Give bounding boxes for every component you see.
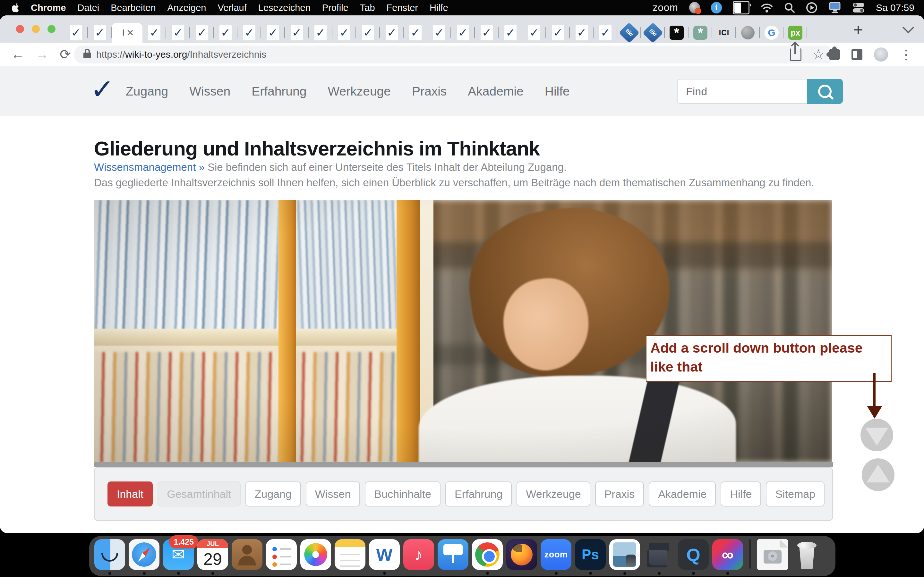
browser-tab[interactable]: tiki <box>641 23 665 43</box>
browser-tab[interactable]: tiki <box>617 23 641 43</box>
dock-app-icon[interactable] <box>232 539 262 570</box>
dock-app-icon[interactable] <box>644 539 674 570</box>
browser-tab[interactable]: * <box>665 23 688 43</box>
browser-tab[interactable]: ✓ <box>570 23 594 43</box>
close-window-button[interactable] <box>16 25 24 33</box>
menu-item-hilfe[interactable]: Hilfe <box>424 3 454 13</box>
browser-tab[interactable]: ✓ <box>427 23 451 43</box>
fullscreen-window-button[interactable] <box>47 25 55 33</box>
control-center-icon[interactable] <box>852 2 865 13</box>
scroll-down-button[interactable] <box>861 419 893 451</box>
browser-tab[interactable]: ✓ <box>333 23 356 43</box>
menu-item-verlauf[interactable]: Verlauf <box>212 3 252 13</box>
section-chip-button[interactable]: Praxis <box>595 482 644 506</box>
menu-item-tab[interactable]: Tab <box>354 3 381 13</box>
dock-app-icon[interactable] <box>609 539 640 570</box>
site-nav-link[interactable]: Akademie <box>468 84 523 98</box>
dock-app-icon[interactable] <box>300 539 331 570</box>
wifi-icon[interactable] <box>760 2 773 13</box>
site-nav-link[interactable]: Werkzeuge <box>328 84 391 98</box>
display-mirroring-icon[interactable] <box>829 2 841 13</box>
scroll-up-button[interactable] <box>862 458 895 491</box>
dock-app-icon[interactable] <box>438 539 468 570</box>
address-bar[interactable]: https://wiki-to-yes.org/Inhaltsverzeichn… <box>74 45 834 63</box>
forward-button[interactable]: → <box>35 48 49 61</box>
browser-tab[interactable]: px <box>783 23 807 43</box>
browser-tab[interactable]: ✓ <box>309 23 333 43</box>
section-chip-button[interactable]: Buchinhalte <box>365 482 441 506</box>
browser-tab[interactable]: ✓ <box>88 23 111 43</box>
browser-tab[interactable] <box>736 23 760 43</box>
dock-app-icon[interactable]: JUL 29 <box>197 539 228 570</box>
browser-tab[interactable]: I ✕ <box>111 23 142 43</box>
search-button[interactable] <box>807 79 843 104</box>
browser-tab[interactable]: ✓ <box>142 23 166 43</box>
browser-tab[interactable]: ✓ <box>499 23 522 43</box>
section-chip-button[interactable]: Hilfe <box>720 482 761 506</box>
browser-tab[interactable]: ✓ <box>451 23 475 43</box>
dock-app-icon[interactable] <box>472 539 503 570</box>
browser-tab[interactable]: ✓ <box>356 23 380 43</box>
dock-app-icon[interactable] <box>506 539 537 570</box>
apple-logo-icon[interactable] <box>11 2 21 13</box>
tab-close-icon[interactable]: ✕ <box>126 27 134 38</box>
spotlight-icon[interactable] <box>784 2 795 13</box>
battery-icon[interactable] <box>733 1 750 15</box>
dock-app-icon[interactable] <box>94 539 125 570</box>
browser-tab[interactable]: ✓ <box>380 23 404 43</box>
section-chip-button[interactable]: Zugang <box>246 482 301 506</box>
site-nav-link[interactable]: Erfahrung <box>252 84 306 98</box>
site-nav-link[interactable]: Praxis <box>412 84 447 98</box>
browser-tab[interactable]: G <box>760 23 783 43</box>
search-input[interactable] <box>677 79 807 104</box>
section-chip-button[interactable]: Wissen <box>306 482 360 506</box>
section-chip-button[interactable]: Gesamtinhalt <box>158 482 240 506</box>
browser-tab[interactable]: ✓ <box>522 23 546 43</box>
profile-avatar[interactable] <box>874 47 888 61</box>
play-status-icon[interactable] <box>806 2 817 13</box>
section-chip-button[interactable]: Erfahrung <box>445 482 512 506</box>
browser-tab[interactable]: ✓ <box>190 23 214 43</box>
dock-app-icon[interactable]: W <box>369 539 400 570</box>
minimize-window-button[interactable] <box>32 25 40 33</box>
section-chip-button[interactable]: Akademie <box>649 482 716 506</box>
extensions-icon[interactable] <box>829 49 840 60</box>
menu-item-bearbeiten[interactable]: Bearbeiten <box>105 3 162 13</box>
sidebar-icon[interactable] <box>851 49 863 60</box>
reload-button[interactable]: ⟳ <box>60 48 71 61</box>
menu-item-lesezeichen[interactable]: Lesezeichen <box>252 3 317 13</box>
dock-app-icon[interactable] <box>749 539 751 569</box>
browser-menu-icon[interactable]: ⋮ <box>900 49 913 60</box>
breadcrumb-link[interactable]: Wissensmanagement » <box>94 161 205 173</box>
browser-tab[interactable]: ✓ <box>285 23 309 43</box>
dock-app-icon[interactable]: Q <box>678 539 709 570</box>
browser-tab[interactable]: ✓ <box>404 23 427 43</box>
recording-app-icon[interactable] <box>689 2 700 13</box>
browser-tab[interactable]: ICI <box>712 23 736 43</box>
browser-tab[interactable]: ✓ <box>546 23 570 43</box>
menu-item-chrome[interactable]: Chrome <box>25 3 72 13</box>
bookmark-star-icon[interactable]: ☆ <box>813 48 825 61</box>
browser-tab[interactable]: ✓ <box>166 23 190 43</box>
site-logo-checkmark-icon[interactable]: ✓ <box>90 75 115 103</box>
site-nav-link[interactable]: Wissen <box>189 84 230 98</box>
info-status-icon[interactable]: i <box>711 2 722 13</box>
menu-bar-clock[interactable]: Sa 07:59 <box>876 2 914 13</box>
dock-app-icon[interactable]: ♪ <box>403 539 434 570</box>
dock-app-icon[interactable]: ✉ 1.425 <box>163 539 194 570</box>
browser-tab[interactable]: ✓ <box>594 23 617 43</box>
section-chip-button[interactable]: Werkzeuge <box>517 482 590 506</box>
browser-tab[interactable]: * <box>688 23 712 43</box>
section-chip-button[interactable]: Inhalt <box>107 482 153 506</box>
dock-app-icon[interactable] <box>266 539 297 570</box>
site-nav-link[interactable]: Hilfe <box>545 84 570 98</box>
tab-search-chevron-icon[interactable] <box>903 21 914 33</box>
browser-tab[interactable]: ✓ <box>237 23 261 43</box>
share-icon[interactable] <box>790 48 801 61</box>
browser-tab[interactable]: ✓ <box>475 23 499 43</box>
back-button[interactable]: ← <box>11 48 24 61</box>
dock-app-icon[interactable]: zoom <box>541 539 572 570</box>
menu-item-anzeigen[interactable]: Anzeigen <box>162 3 212 13</box>
menu-item-datei[interactable]: Datei <box>72 3 105 13</box>
dock-app-icon[interactable]: ∞ <box>712 539 743 570</box>
